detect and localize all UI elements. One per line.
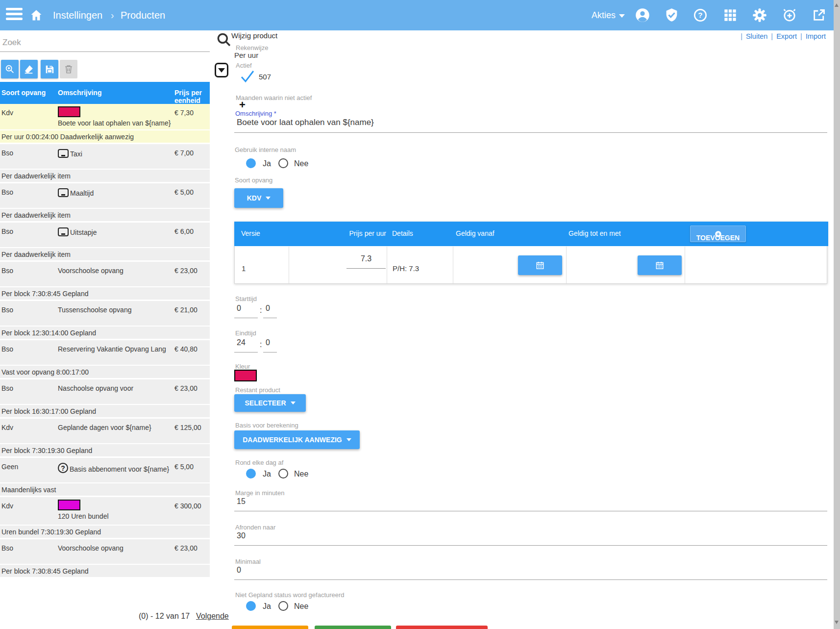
version-details: P/H: 7.3 (393, 264, 419, 273)
open-external-icon[interactable] (812, 8, 826, 24)
row-detail: Per daadwerkelijk item (0, 248, 210, 260)
table-row[interactable]: Bso Tussenschoolse opvang € 21,00 Per bl… (0, 301, 210, 339)
search-input[interactable] (0, 33, 210, 52)
minimaal-input[interactable] (234, 566, 827, 580)
kleur-swatch[interactable] (234, 370, 257, 381)
col-prijs: Prijs per eenheid (174, 89, 210, 104)
table-row[interactable]: Bso Uitstapje € 6,00 Per daadwerkelijk i… (0, 223, 210, 260)
svg-text:?: ? (698, 11, 702, 19)
prijs-per-uur-input[interactable] (346, 254, 386, 269)
settings-gear-icon[interactable] (752, 8, 767, 25)
omschrijving-input[interactable] (234, 118, 827, 133)
actief-label: Actief (236, 62, 252, 69)
interne-naam-radio-ja[interactable] (246, 158, 256, 168)
page-title: Wijzig product (231, 31, 277, 40)
basis-berekening-label: Basis voor berekening (235, 422, 298, 429)
calendar-icon (655, 260, 665, 270)
table-row[interactable]: Kdv Geplande dagen voor ${name} € 125,00… (0, 419, 210, 456)
action-button-orange[interactable] (232, 626, 308, 629)
search-icon[interactable] (216, 31, 232, 50)
versions-table-header: Versie Prijs per uur Details Geldig vana… (234, 222, 828, 246)
export-link[interactable]: Export (776, 32, 797, 40)
sluiten-link[interactable]: Sluiten (746, 32, 767, 40)
breadcrumb-producten[interactable]: Producten (121, 0, 165, 30)
zoom-search-button[interactable] (1, 60, 19, 78)
soort-opvang-dropdown[interactable]: KDV (234, 188, 283, 208)
minimaal-label: Minimaal (235, 558, 261, 565)
action-button-green[interactable] (315, 626, 391, 629)
toevoegen-button[interactable]: TOEVOEGEN (690, 226, 746, 242)
col-versie: Versie (241, 229, 260, 237)
help-circle-icon (58, 463, 68, 473)
niet-gepland-radio-ja[interactable] (246, 601, 256, 611)
scrollbar[interactable] (834, 0, 840, 629)
radio-label-nee[interactable]: Nee (294, 470, 308, 478)
radio-label-nee[interactable]: Nee (294, 602, 308, 611)
shield-check-icon[interactable] (665, 8, 679, 24)
import-link[interactable]: Import (806, 32, 826, 40)
radio-label-ja[interactable]: Ja (263, 602, 271, 611)
app-window: Instellingen › Producten Akties ? | Slui… (0, 0, 840, 629)
timer-add-icon[interactable] (782, 7, 797, 24)
versions-table: Versie Prijs per uur Details Geldig vana… (234, 222, 827, 284)
table-row[interactable]: Bso Reservering Vakantie Opvang Lang € 4… (0, 340, 210, 378)
radio-label-ja[interactable]: Ja (263, 470, 271, 478)
row-detail: Vast voor opvang 8:00:17:00 (0, 366, 210, 378)
delete-button[interactable] (60, 60, 77, 78)
table-row[interactable]: Bso Voorschoolse opvang € 23,00 Per bloc… (0, 539, 210, 577)
omschrijving-label: Omschrijving * (235, 110, 276, 117)
table-row[interactable]: Bso Naschoolse opvang voor € 23,00 Per b… (0, 379, 210, 417)
afronden-input[interactable] (234, 531, 827, 546)
table-row[interactable]: Kdv Boete voor laat ophalen van ${name} … (0, 104, 210, 143)
rond-af-radio-nee[interactable] (278, 469, 288, 478)
geldig-tot-date-button[interactable] (638, 255, 682, 275)
color-swatch (58, 106, 80, 117)
interne-naam-radio-nee[interactable] (278, 158, 288, 168)
menu-icon[interactable] (6, 8, 23, 23)
clear-button[interactable] (20, 60, 38, 78)
table-row[interactable]: Kdv 120 Uren bundel € 300,00 Uren bundel… (0, 497, 210, 538)
row-detail: Per block 7:30:8:45 Gepland (0, 287, 210, 300)
table-row[interactable]: Bso Maaltijd € 5,00 Per daadwerkelijk it… (0, 183, 210, 221)
apps-grid-icon[interactable] (723, 8, 737, 24)
form-header-links: | Sluiten | Export | Import (741, 32, 827, 40)
row-detail: Uren bundel 7:30:19:30 Gepland (0, 526, 210, 538)
starttijd-minute-input[interactable] (263, 304, 277, 318)
col-prijs-per-uur: Prijs per uur (342, 229, 386, 237)
pagination-next-link[interactable]: Volgende (196, 612, 229, 621)
marge-input[interactable] (234, 497, 827, 511)
table-row[interactable]: Bso Voorschoolse opvang € 23,00 Per bloc… (0, 262, 210, 300)
add-month-icon[interactable]: + (239, 100, 246, 110)
starttijd-hour-input[interactable] (234, 304, 258, 318)
row-detail: Per block 7:30:8:45 Gepland (0, 565, 210, 577)
table-row[interactable]: Bso Taxi € 7,00 Per daadwerkelijk item (0, 144, 210, 182)
eindtijd-minute-input[interactable] (263, 338, 277, 352)
row-detail: Maandenlijks vast (0, 483, 210, 496)
akties-dropdown[interactable]: Akties (592, 0, 625, 30)
table-row[interactable]: Geen Basis abbenoment voor ${name} € 5,0… (0, 458, 210, 496)
chevron-down-icon (346, 438, 351, 441)
breadcrumb-separator: › (111, 0, 114, 30)
collapse-panel-icon[interactable] (215, 63, 228, 77)
scroll-up-icon[interactable] (835, 3, 839, 7)
rond-af-radio-ja[interactable] (246, 469, 256, 478)
row-detail: Per block 16:30:17:00 Gepland (0, 405, 210, 417)
restant-product-dropdown[interactable]: SELECTEER (234, 394, 306, 412)
help-icon[interactable]: ? (693, 8, 707, 24)
home-icon[interactable] (29, 8, 43, 24)
radio-label-ja[interactable]: Ja (263, 159, 271, 168)
action-button-red[interactable] (396, 626, 488, 629)
row-detail: Per block 7:30:19:30 Gepland (0, 444, 210, 456)
radio-label-nee[interactable]: Nee (294, 159, 308, 168)
save-button[interactable] (41, 60, 58, 78)
breadcrumb-instellingen[interactable]: Instellingen (53, 0, 102, 30)
scroll-down-icon[interactable] (835, 621, 839, 624)
maanden-niet-actief-label: Maanden waarin niet actief (236, 94, 312, 101)
rekenwijze-value: Per uur (234, 51, 258, 59)
basis-berekening-dropdown[interactable]: DAADWERKELIJK AANWEZIG (234, 430, 360, 449)
actief-checkmark-icon[interactable] (240, 70, 255, 85)
geldig-vanaf-date-button[interactable] (518, 255, 562, 275)
eindtijd-hour-input[interactable] (234, 338, 258, 352)
account-icon[interactable] (635, 8, 650, 25)
niet-gepland-radio-nee[interactable] (278, 601, 288, 611)
